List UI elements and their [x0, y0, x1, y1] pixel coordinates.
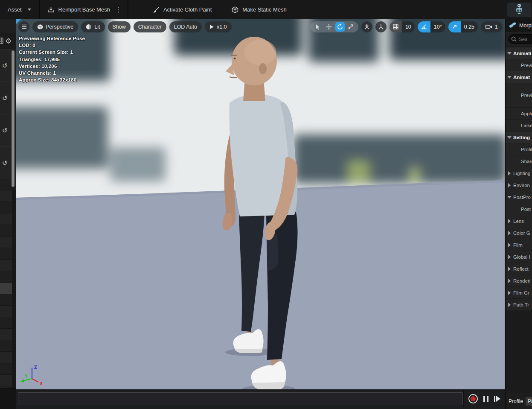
angle-snap-icon[interactable]	[418, 21, 430, 32]
stats-line: Previewing Reference Pose	[19, 35, 85, 42]
property-row-edge	[0, 259, 12, 271]
scale-tool-button[interactable]	[346, 22, 356, 32]
chevron-right-icon[interactable]	[506, 183, 513, 187]
make-static-mesh-button[interactable]: Make Static Mesh	[228, 0, 290, 19]
scrollbar-track[interactable]	[12, 190, 16, 389]
left-details-panel-edge: ⚙ ↺↺↺↺	[0, 19, 16, 409]
scale-snap-icon[interactable]	[448, 21, 461, 32]
lod-menu-button[interactable]: LOD Auto	[169, 21, 202, 32]
rotation-snap-value[interactable]: 10°	[430, 21, 445, 32]
settings-row[interactable]: Animat	[506, 71, 532, 83]
details-row-edge: ↺	[0, 146, 12, 179]
profile-dropdown[interactable]: Pr	[526, 397, 532, 406]
reimport-base-mesh-button[interactable]: Reimport Base Mesh	[44, 0, 113, 19]
reset-to-default-icon[interactable]: ↺	[2, 127, 8, 134]
settings-row[interactable]: PostPro	[506, 191, 532, 203]
coordinate-space-button[interactable]	[361, 21, 372, 32]
settings-row[interactable]: Applica	[506, 108, 532, 119]
scale-snap-value[interactable]: 0.25	[461, 21, 478, 32]
activate-cloth-paint-button[interactable]: Activate Cloth Paint	[149, 0, 215, 19]
settings-row-label: Preview	[513, 63, 532, 68]
right-panel: Morph AnimatiPreviewAnimatPreviewApplica…	[505, 19, 532, 409]
select-tool-button[interactable]	[313, 22, 323, 32]
playback-speed-button[interactable]: x1.0	[205, 21, 232, 32]
rotation-snap-control[interactable]: 10°	[418, 21, 445, 32]
gear-icon[interactable]: ⚙	[5, 37, 12, 46]
property-row-edge	[0, 351, 12, 363]
settings-row[interactable]: Global I	[506, 251, 532, 263]
viewport-menu-button[interactable]	[18, 21, 29, 32]
show-menu-button[interactable]: Show	[108, 21, 131, 32]
chevron-right-icon[interactable]	[506, 255, 513, 259]
pause-button[interactable]	[483, 396, 488, 402]
reset-to-default-icon[interactable]: ↺	[2, 94, 8, 102]
lit-mode-button[interactable]: Lit	[81, 21, 105, 32]
settings-row[interactable]: Post Pr	[506, 203, 532, 215]
character-model[interactable]	[204, 32, 315, 389]
stats-line: LOD: 0	[19, 42, 85, 49]
settings-row[interactable]: Reflect	[506, 263, 532, 275]
settings-row[interactable]: Shared	[506, 155, 532, 167]
chevron-right-icon[interactable]	[506, 219, 513, 223]
skeletal-mesh-mode-button[interactable]	[507, 3, 531, 17]
settings-row[interactable]: Preview	[506, 59, 532, 71]
property-row-edge	[0, 271, 12, 282]
viewport-toolbar: Perspective Lit Show Character LOD Auto	[18, 21, 503, 32]
settings-row[interactable]: Lens	[506, 215, 532, 227]
settings-row[interactable]: Environ	[506, 179, 532, 191]
chevron-right-icon[interactable]	[506, 171, 513, 175]
chevron-down-icon[interactable]	[506, 76, 513, 79]
chevron-right-icon[interactable]	[506, 231, 513, 235]
grid-snap-icon[interactable]	[390, 21, 402, 32]
settings-row-label: Shared	[513, 159, 532, 164]
settings-row[interactable]: Path Tr	[506, 299, 532, 310]
tab-morph-target-preview[interactable]: Morph	[506, 19, 532, 32]
chevron-right-icon[interactable]	[506, 279, 513, 283]
chevron-right-icon[interactable]	[506, 303, 513, 307]
settings-row[interactable]: Film Gr	[506, 287, 532, 298]
settings-row-label: Animati	[513, 51, 531, 56]
chevron-down-icon[interactable]	[506, 196, 513, 199]
chevron-down-icon[interactable]	[506, 52, 513, 55]
settings-row[interactable]: Preview	[506, 83, 532, 107]
import-icon	[47, 6, 55, 14]
settings-row[interactable]: Renderi	[506, 275, 532, 286]
settings-row[interactable]: Linked	[506, 120, 532, 131]
rotate-tool-button[interactable]	[335, 22, 345, 32]
reset-rows: ↺↺↺↺	[0, 49, 12, 190]
settings-row[interactable]: Profile	[506, 143, 532, 155]
timeline-scrubber[interactable]	[18, 392, 463, 405]
chevron-right-icon[interactable]	[506, 267, 513, 271]
settings-row[interactable]: Film	[506, 239, 532, 251]
settings-row[interactable]: Lighting	[506, 167, 532, 179]
reimport-options-kebab-icon[interactable]: ⋮	[113, 6, 123, 13]
property-row-edge	[0, 317, 12, 328]
chevron-down-icon[interactable]	[506, 136, 513, 139]
step-forward-icon	[494, 396, 495, 402]
3d-viewport[interactable]: Perspective Lit Show Character LOD Auto	[16, 19, 505, 389]
scrollbar-thumb[interactable]	[11, 50, 15, 187]
asset-menu-button[interactable]: Asset	[4, 0, 35, 19]
settings-row[interactable]: Setting	[506, 131, 532, 143]
perspective-button[interactable]: Perspective	[32, 21, 78, 32]
transform-tools-group	[311, 21, 358, 32]
camera-speed-control[interactable]: 1	[481, 21, 503, 32]
move-tool-button[interactable]	[324, 22, 334, 32]
scale-snap-control[interactable]: 0.25	[448, 21, 478, 32]
settings-row[interactable]: Color G	[506, 227, 532, 239]
step-forward-button[interactable]	[494, 396, 500, 402]
record-button[interactable]	[468, 394, 478, 403]
chevron-right-icon[interactable]	[506, 243, 513, 247]
settings-row[interactable]: Animati	[506, 47, 532, 59]
viewport-scene	[16, 19, 505, 389]
profile-label: Profile	[509, 398, 523, 404]
grid-snap-value[interactable]: 10	[402, 21, 415, 32]
chevron-right-icon[interactable]	[506, 291, 513, 295]
reset-to-default-icon[interactable]: ↺	[2, 159, 8, 167]
reset-to-default-icon[interactable]: ↺	[2, 62, 8, 70]
play-icon	[209, 24, 214, 29]
gizmo-options-button[interactable]	[375, 21, 387, 32]
property-rows	[0, 190, 12, 389]
grid-snap-control[interactable]: 10	[390, 21, 415, 32]
character-menu-button[interactable]: Character	[134, 21, 166, 32]
